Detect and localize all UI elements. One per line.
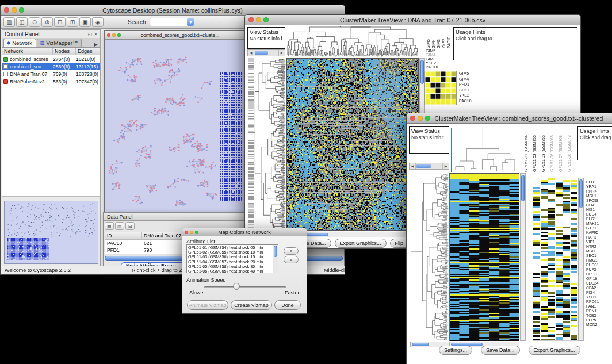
close-icon[interactable] <box>4 7 9 13</box>
row-label[interactable]: PAC10 <box>426 65 438 69</box>
column-header[interactable]: ID <box>105 232 142 239</box>
gene-label[interactable]: FIG4 <box>586 290 612 295</box>
column-label[interactable]: GIM5 <box>426 26 431 48</box>
column-dendrogram-canvas[interactable] <box>286 26 419 58</box>
maximize-icon[interactable] <box>425 116 430 121</box>
network-view-titlebar[interactable]: combined_scores_good.txt--cluste... <box>105 31 247 40</box>
vizmap-icon[interactable]: ◈ <box>92 17 104 27</box>
gene-label[interactable]: MAK31 <box>586 221 612 226</box>
RNAPuberNov2-icon[interactable]: RNAPuberNov2 563(0) 107847(0) <box>2 78 100 85</box>
gene-label[interactable]: PHO81 <box>586 263 612 267</box>
gene-label[interactable]: GTB1 <box>586 226 612 231</box>
attribute-list-scrollbar[interactable] <box>273 245 278 273</box>
row-dendrogram-canvas[interactable] <box>248 58 286 231</box>
gene-label[interactable]: PUF3 <box>586 267 612 272</box>
zoom-in-icon[interactable]: ⊕ <box>41 17 53 27</box>
column-label[interactable]: GIM3 <box>436 26 441 48</box>
maximize-icon[interactable] <box>117 33 121 37</box>
scroll-right-icon[interactable]: ▶ <box>443 163 449 169</box>
attribute-list[interactable]: GPL51-01 (GSM854) heat shock 05 minGPL51… <box>186 244 278 273</box>
gene-label[interactable]: ELG1 <box>586 217 612 221</box>
gene-label[interactable]: YRA1 <box>586 185 612 189</box>
gene-label[interactable]: HMG1 <box>586 258 612 263</box>
column-header[interactable]: Nodes <box>53 48 76 55</box>
column-label[interactable]: GPL51-02 (GSM855 <box>530 125 539 172</box>
scroll-thumb[interactable] <box>521 175 525 201</box>
gene-label[interactable]: YSH1 <box>586 295 612 300</box>
move-down-button[interactable]: ∨ <box>284 256 299 263</box>
annotation-icon[interactable]: ▣ <box>79 17 91 27</box>
scroll-right-icon[interactable]: ▶ <box>279 50 285 56</box>
scroll-left-icon[interactable]: ◀ <box>410 163 415 169</box>
gene-label[interactable]: MSI1 <box>586 249 612 254</box>
gene-label[interactable]: RNR4 <box>586 189 612 194</box>
DNA and Tran 07-icon[interactable]: DNA and Tran 07 769(0) 183728(0) <box>2 70 100 78</box>
scroll-thumb[interactable] <box>579 179 583 208</box>
maximize-icon[interactable] <box>19 7 24 13</box>
treeview-titlebar[interactable]: ClusterMaker TreeView : DNA and Tran 07-… <box>245 15 580 25</box>
minimize-icon[interactable] <box>190 231 193 234</box>
open-icon[interactable]: ▥ <box>3 17 15 27</box>
gene-label[interactable]: BUD4 <box>586 212 612 217</box>
dialog-titlebar[interactable]: Map Colors to Network <box>182 228 307 236</box>
treeview-button[interactable]: Export Graphics... <box>529 346 580 355</box>
combined_scores-icon[interactable]: combined_scores 2764(0) 16218(0) <box>2 55 100 63</box>
gene-label[interactable]: GIM3 <box>459 87 472 93</box>
attribute-select-icon[interactable]: ▤ <box>115 222 124 230</box>
done-button[interactable]: Done <box>274 300 301 310</box>
row-label[interactable]: GIM4 <box>426 53 438 57</box>
gene-label[interactable]: YKE2 <box>459 93 472 98</box>
column-label[interactable]: GPL51-06 (GSM865 <box>548 125 556 172</box>
gene-label[interactable]: TCB3 <box>586 313 612 318</box>
treeview-button[interactable]: Settings... <box>439 346 472 355</box>
gene-label[interactable]: GIM4 <box>459 76 472 82</box>
search-input[interactable] <box>150 18 194 26</box>
row-label[interactable]: YKE2 <box>426 61 438 65</box>
column-header[interactable]: Edges <box>76 48 100 55</box>
animate-vizmap-button[interactable]: Animate Vizmap <box>187 300 228 310</box>
scroll-thumb[interactable] <box>274 246 277 257</box>
treeview-button[interactable]: Save Data... <box>481 346 520 355</box>
column-label[interactable]: GPL51-01 (GSM854 <box>522 125 530 172</box>
gene-label[interactable]: PFD1 <box>586 180 612 185</box>
zoom-fit-icon[interactable]: ⊞ <box>67 17 78 27</box>
network-view-canvas[interactable] <box>105 40 247 216</box>
column-dendrogram-canvas[interactable] <box>450 126 519 172</box>
dendrogram-scrollbar[interactable]: ◀ ▶ <box>409 163 449 170</box>
minimize-icon[interactable] <box>112 33 116 37</box>
gene-label[interactable]: CLN1 <box>586 203 612 208</box>
scroll-thumb[interactable] <box>255 51 268 55</box>
gene-label[interactable]: PFD1 <box>459 82 472 87</box>
cluster-minimap-canvas[interactable] <box>424 71 457 105</box>
scroll-track[interactable] <box>415 163 443 169</box>
gene-label[interactable]: CPA2 <box>586 286 612 290</box>
column-label[interactable]: GPL51-03 (GSM856 <box>539 125 548 172</box>
row-dendrogram-canvas[interactable] <box>410 173 449 341</box>
heatmap-vertical-scrollbar[interactable] <box>520 173 526 341</box>
float-panel-icon[interactable]: ◱ <box>88 32 93 37</box>
scroll-track[interactable] <box>254 50 279 56</box>
gene-label[interactable]: PAN1 <box>586 304 612 309</box>
global-heatmap-canvas[interactable] <box>533 178 579 341</box>
heatmap-canvas[interactable] <box>449 173 519 341</box>
control-panel-tab[interactable]: ◆ Network <box>3 39 36 47</box>
combined_sco-icon[interactable]: combined_sco 2569(6) 13112(15) <box>2 63 100 70</box>
treeview-button[interactable]: Export Graphics... <box>335 239 387 248</box>
minimize-icon[interactable] <box>12 7 17 13</box>
network-overview-thumbnail[interactable] <box>4 201 98 264</box>
gene-label[interactable]: GPI16 <box>586 277 612 281</box>
gene-label[interactable]: NTR2 <box>586 244 612 249</box>
close-icon[interactable] <box>248 17 254 22</box>
close-icon[interactable] <box>410 116 415 121</box>
attribute-item[interactable]: GPL51-06 (GSM865) heat shock 40 min <box>188 269 277 273</box>
column-label[interactable]: GPL51-07 (GSM868 <box>556 125 565 172</box>
zoom-out-icon[interactable]: ⊖ <box>29 17 40 27</box>
treeview-titlebar[interactable]: ClusterMaker TreeView : combined_scores_… <box>407 113 612 124</box>
scroll-left-icon[interactable]: ◀ <box>248 50 254 56</box>
column-label[interactable]: PAC10 <box>446 26 451 48</box>
attribute-delete-icon[interactable]: ⊟ <box>125 222 135 230</box>
minimize-icon[interactable] <box>418 116 423 121</box>
gene-label[interactable]: SEC24 <box>586 281 612 286</box>
move-up-button[interactable]: ∧ <box>284 247 299 255</box>
minimize-icon[interactable] <box>256 17 261 22</box>
